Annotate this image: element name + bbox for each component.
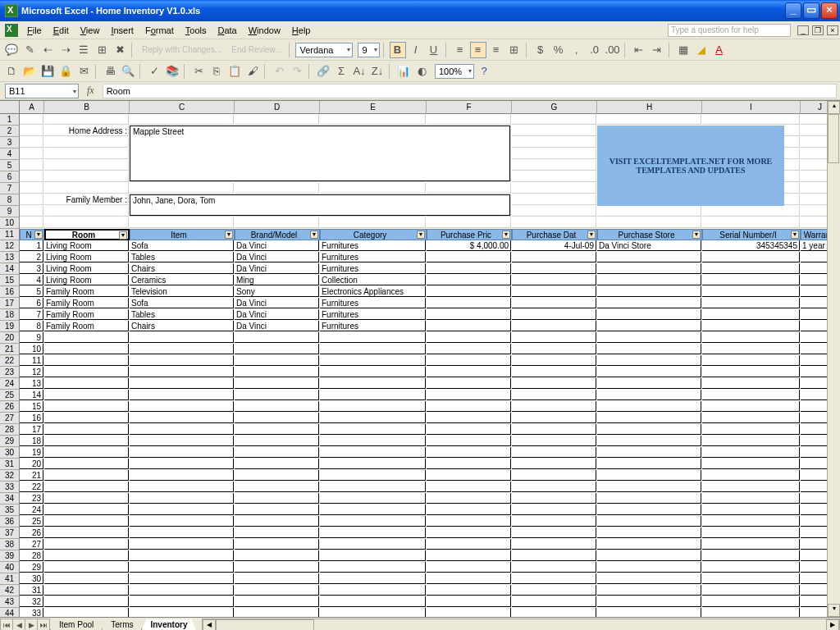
row-header-10[interactable]: 10 bbox=[0, 217, 20, 229]
cell[interactable] bbox=[427, 539, 511, 550]
row-header-34[interactable]: 34 bbox=[0, 493, 20, 504]
cell[interactable] bbox=[44, 550, 129, 561]
filter-dropdown-icon[interactable]: ▼ bbox=[692, 231, 701, 239]
table-cell[interactable] bbox=[427, 298, 511, 308]
new-icon[interactable]: 🗋 bbox=[3, 63, 20, 80]
cell[interactable] bbox=[130, 378, 234, 389]
decrease-decimal-button[interactable]: .00 bbox=[605, 42, 621, 58]
increase-decimal-button[interactable]: .0 bbox=[587, 42, 603, 58]
row-header-28[interactable]: 28 bbox=[0, 424, 20, 436]
column-header-B[interactable]: B bbox=[44, 101, 130, 114]
cell[interactable] bbox=[512, 160, 596, 171]
filter-dropdown-icon[interactable]: ▼ bbox=[502, 231, 510, 239]
redo-icon[interactable]: ↷ bbox=[289, 63, 305, 80]
cell[interactable] bbox=[320, 459, 426, 469]
align-right-button[interactable]: ≡ bbox=[488, 42, 504, 58]
cell[interactable] bbox=[597, 562, 701, 573]
cell[interactable] bbox=[130, 390, 234, 400]
row-header-15[interactable]: 15 bbox=[0, 275, 20, 286]
cell[interactable]: 19 bbox=[20, 447, 43, 458]
table-cell[interactable] bbox=[427, 263, 511, 274]
autosum-icon[interactable]: Σ bbox=[333, 63, 349, 80]
cell[interactable] bbox=[597, 447, 701, 458]
name-box[interactable]: B11 bbox=[5, 84, 79, 98]
cell[interactable] bbox=[427, 332, 511, 343]
cell[interactable] bbox=[235, 378, 319, 389]
cell[interactable] bbox=[130, 344, 234, 354]
research-icon[interactable]: 📚 bbox=[164, 63, 180, 80]
comma-button[interactable]: , bbox=[568, 42, 585, 58]
cell[interactable] bbox=[44, 137, 129, 148]
cell[interactable] bbox=[44, 608, 129, 617]
table-cell[interactable]: 5 bbox=[20, 286, 43, 297]
cell[interactable] bbox=[44, 585, 129, 596]
cell[interactable] bbox=[235, 183, 319, 194]
row-header-40[interactable]: 40 bbox=[0, 562, 20, 573]
currency-button[interactable]: $ bbox=[532, 42, 549, 58]
tab-nav-next[interactable]: ▶ bbox=[25, 619, 38, 631]
cell[interactable] bbox=[130, 596, 234, 607]
cell[interactable] bbox=[597, 550, 701, 561]
sheet-tab-terms[interactable]: Terms bbox=[102, 619, 142, 631]
cell[interactable] bbox=[44, 596, 129, 607]
copy-icon[interactable]: ⎘ bbox=[208, 63, 225, 80]
cell[interactable] bbox=[512, 516, 596, 527]
row-header-39[interactable]: 39 bbox=[0, 550, 20, 562]
table-cell[interactable]: Family Room bbox=[44, 286, 129, 297]
cell[interactable]: 32 bbox=[20, 596, 43, 607]
cell[interactable] bbox=[512, 148, 596, 159]
cell[interactable] bbox=[597, 436, 701, 446]
cell[interactable] bbox=[130, 585, 234, 596]
cell[interactable] bbox=[20, 206, 43, 217]
next-comment-icon[interactable]: ⇢ bbox=[57, 42, 74, 58]
cell[interactable] bbox=[130, 550, 234, 561]
cell[interactable] bbox=[597, 539, 701, 550]
decrease-indent-button[interactable]: ⇤ bbox=[631, 42, 647, 58]
cell[interactable] bbox=[427, 482, 511, 492]
cell[interactable] bbox=[320, 539, 426, 550]
cell[interactable] bbox=[702, 562, 800, 573]
cell[interactable] bbox=[512, 355, 596, 366]
cell[interactable] bbox=[597, 378, 701, 389]
cell[interactable] bbox=[512, 470, 596, 481]
row-header-23[interactable]: 23 bbox=[0, 367, 20, 378]
cell[interactable] bbox=[235, 114, 319, 125]
cell[interactable] bbox=[130, 539, 234, 550]
cell[interactable] bbox=[320, 401, 426, 412]
sheet-tab-inventory[interactable]: Inventory bbox=[141, 619, 196, 631]
table-cell[interactable] bbox=[597, 286, 701, 297]
cell[interactable] bbox=[130, 527, 234, 538]
table-cell[interactable]: Living Room bbox=[44, 263, 129, 274]
cell[interactable] bbox=[597, 482, 701, 492]
table-cell[interactable]: Da Vinci bbox=[235, 263, 319, 274]
cell[interactable] bbox=[597, 206, 701, 217]
filter-dropdown-icon[interactable]: ▼ bbox=[417, 231, 425, 239]
table-cell[interactable] bbox=[512, 298, 596, 308]
cell[interactable] bbox=[235, 217, 319, 228]
minimize-button[interactable]: _ bbox=[785, 2, 801, 19]
cell[interactable] bbox=[427, 378, 511, 389]
cell[interactable]: 24 bbox=[20, 504, 43, 515]
cell[interactable] bbox=[597, 355, 701, 366]
table-cell[interactable]: 1 bbox=[20, 240, 43, 251]
cell[interactable]: Home Address : bbox=[44, 126, 129, 136]
row-header-2[interactable]: 2 bbox=[0, 126, 20, 137]
table-header-purchase-pric[interactable]: Purchase Pric▼ bbox=[427, 229, 512, 240]
cell[interactable] bbox=[427, 527, 511, 538]
cell[interactable] bbox=[320, 413, 426, 423]
vertical-scrollbar[interactable]: ▴ ▾ bbox=[827, 101, 840, 617]
cell[interactable] bbox=[702, 608, 800, 617]
cell[interactable] bbox=[427, 367, 511, 377]
cell[interactable] bbox=[130, 413, 234, 423]
cell[interactable] bbox=[44, 516, 129, 527]
cell[interactable] bbox=[20, 160, 43, 171]
table-cell[interactable]: Da Vinci bbox=[235, 298, 319, 308]
cell[interactable] bbox=[320, 608, 426, 617]
cell[interactable] bbox=[44, 206, 129, 217]
cell[interactable] bbox=[235, 573, 319, 584]
cell[interactable] bbox=[512, 493, 596, 504]
cell[interactable] bbox=[44, 436, 129, 446]
cell[interactable] bbox=[130, 355, 234, 366]
cell[interactable] bbox=[427, 573, 511, 584]
table-header-purchase-dat[interactable]: Purchase Dat▼ bbox=[512, 229, 597, 240]
